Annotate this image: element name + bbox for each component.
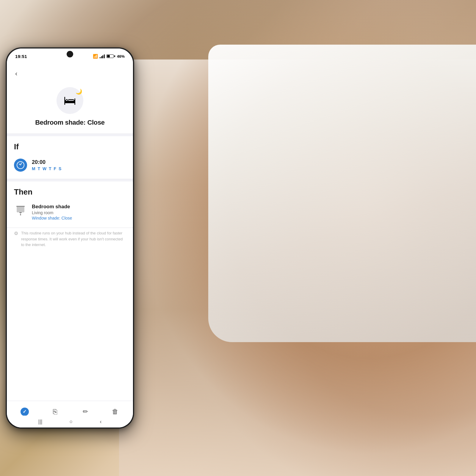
shade-icon-wrap [14,204,27,217]
system-nav-bar: ||| ○ ‹ [7,416,133,428]
status-bar: 19:51 📶 [7,48,133,64]
camera-notch [67,51,73,57]
condition-days: M T W T F S [32,166,62,171]
condition-details: 20:00 M T W T F S [32,159,62,171]
if-section: If 20:00 M T W T F S [7,136,133,179]
routine-title: Bedroom shade: Close [35,119,105,126]
hub-note: ⚙ This routine runs on your hub instead … [14,230,126,248]
battery-percent: 46% [117,54,125,59]
phone-outer-shell: 19:51 📶 [6,48,134,428]
bed-icon: 🛏 [64,93,76,108]
action-device-name: Bedroom shade [32,204,72,210]
signal-icon [100,54,105,58]
sys-nav-recents[interactable]: ||| [38,419,43,425]
status-right-icons: 📶 46% [93,54,125,59]
then-label: Then [14,187,126,197]
moon-icon: 🌙 [76,88,82,95]
clock-icon [14,159,27,172]
condition-row[interactable]: 20:00 M T W T F S [14,156,126,174]
enabled-checkmark-icon [21,408,29,416]
delete-icon: 🗑 [112,408,118,416]
svg-point-7 [20,214,21,215]
hub-note-text: This routine runs on your hub instead of… [21,230,126,248]
camera-notch-area [67,51,73,57]
section-divider-2 [7,179,133,181]
shade-icon [15,205,26,216]
wifi-icon: 📶 [93,54,98,59]
app-header: ‹ [7,64,133,81]
edit-icon: ✏ [83,408,88,416]
condition-time: 20:00 [32,159,62,165]
back-button[interactable]: ‹ [14,69,18,79]
action-room: Living room [32,210,72,215]
battery-icon [107,54,115,58]
bottom-spacer [7,253,133,264]
hub-icon: ⚙ [14,231,18,236]
routine-header: 🛏 🌙 Bedroom shade: Close [7,81,133,134]
sys-nav-home[interactable]: ○ [70,419,73,425]
clock-minute-hand [20,162,21,165]
status-time: 19:51 [15,54,27,59]
if-label: If [14,142,126,151]
svg-rect-1 [17,207,24,212]
screen-content: ‹ 🛏 🌙 Bedroom shade: Close If [7,64,133,401]
phone-screen: 19:51 📶 [7,48,133,428]
routine-icon: 🛏 🌙 [57,87,83,114]
sys-nav-back[interactable]: ‹ [100,419,101,425]
svg-rect-5 [19,212,22,213]
then-note-divider [7,228,133,228]
action-details: Bedroom shade Living room Window shade: … [32,204,72,220]
pillow-area [208,45,476,342]
clock-face [17,161,24,169]
then-section: Then [7,181,133,228]
action-row[interactable]: Bedroom shade Living room Window shade: … [14,201,126,223]
phone-device: 19:51 📶 [6,48,134,428]
duplicate-icon: ⎘ [53,408,57,416]
section-divider-1 [7,134,133,136]
action-command: Window shade: Close [32,216,72,220]
